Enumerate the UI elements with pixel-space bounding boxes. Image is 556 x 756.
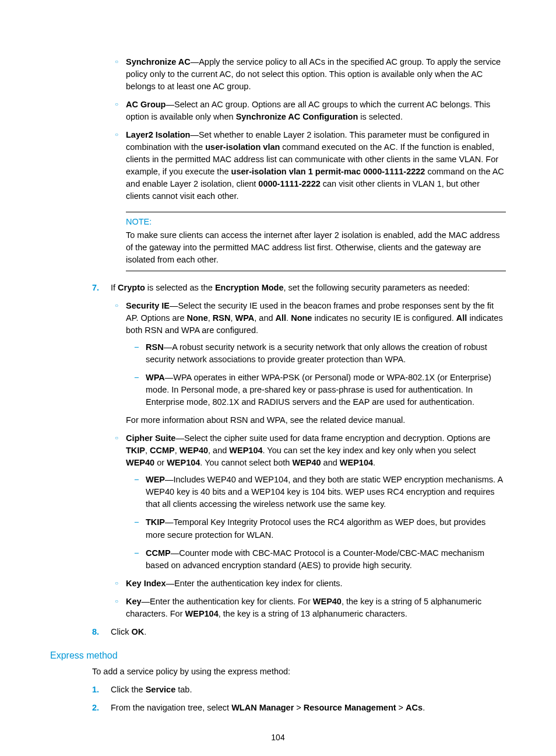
- body-text: >: [396, 703, 406, 712]
- inline-bold: 0000-1111-2222: [258, 179, 320, 188]
- step-number: 8.: [92, 626, 99, 638]
- body-text: >: [294, 703, 304, 712]
- term-label: CCMP: [146, 548, 171, 558]
- list-item: Cipher Suite—Select the cipher suite use…: [126, 432, 506, 571]
- term-label: Synchronize AC: [126, 57, 191, 66]
- inline-bold: ACs: [406, 703, 423, 712]
- inline-bold: None: [187, 313, 208, 323]
- dash-list: RSN—A robust security network is a secur…: [126, 341, 506, 408]
- list-item: AC Group—Select an AC group. Options are…: [126, 99, 506, 123]
- inline-bold: Resource Management: [304, 703, 396, 712]
- inline-bold: WEP40: [126, 458, 154, 467]
- section-heading-express-method: Express method: [50, 649, 506, 662]
- list-item: TKIP—Temporal Key Integrity Protocol use…: [146, 516, 506, 541]
- term-label: Layer2 Isolation: [126, 130, 190, 139]
- inline-bold: Crypto: [118, 283, 145, 292]
- inline-bold: WEP40: [313, 597, 342, 606]
- body-text: .: [144, 627, 146, 636]
- inline-bold: WEP40: [180, 446, 208, 455]
- term-label: WEP: [146, 475, 165, 484]
- body-text: or: [154, 458, 167, 467]
- body-text: tab.: [175, 685, 192, 694]
- term-label: Security IE: [126, 301, 170, 310]
- body-text: , set the following security parameters …: [284, 283, 470, 292]
- body-text: —Select the cipher suite used for data f…: [175, 433, 490, 443]
- note-body: To make sure clients can access the inte…: [126, 229, 506, 266]
- body-paragraph: For more information about RSN and WPA, …: [50, 414, 506, 426]
- body-text: . You cannot select both: [200, 458, 292, 467]
- inline-bold: All: [456, 313, 467, 323]
- inline-bold: WEP104: [229, 446, 262, 455]
- body-text: indicates no security IE is configured.: [312, 313, 456, 323]
- list-item: Layer2 Isolation—Set whether to enable L…: [126, 129, 506, 202]
- body-text: —Includes WEP40 and WEP104, and they bot…: [146, 475, 502, 509]
- inline-bold: RSN: [213, 313, 231, 323]
- body-text: .: [423, 703, 425, 712]
- sub-bullet-list: Security IE—Select the security IE used …: [50, 300, 506, 408]
- body-text: ,: [230, 313, 235, 323]
- list-item: WPA—WPA operates in either WPA-PSK (or P…: [146, 372, 506, 408]
- list-item: Synchronize AC—Apply the service policy …: [126, 56, 506, 93]
- dash-list: WEP—Includes WEP40 and WEP104, and they …: [126, 474, 506, 571]
- body-text: is selected as the: [145, 283, 215, 292]
- term-label: RSN: [146, 342, 164, 352]
- body-text: ,: [208, 313, 213, 323]
- body-text: —Enter the authentication key index for …: [166, 579, 343, 588]
- inline-bold: None: [291, 313, 312, 323]
- sub-bullet-list: Cipher Suite—Select the cipher suite use…: [50, 432, 506, 620]
- note-callout: NOTE: To make sure clients can access th…: [126, 212, 506, 271]
- term-label: TKIP: [146, 517, 165, 527]
- inline-bold: Synchronize AC Configuration: [236, 112, 358, 121]
- step-number: 7.: [92, 282, 99, 294]
- inline-bold: WEP104: [185, 609, 219, 618]
- body-text: , and: [208, 446, 229, 455]
- body-text: —Temporal Key Integrity Protocol uses th…: [146, 517, 485, 539]
- inline-bold: Service: [146, 685, 176, 694]
- inline-bold: CCMP: [150, 446, 175, 455]
- list-item: Key—Enter the authentication key for cli…: [126, 596, 506, 620]
- inline-bold: WEP104: [167, 458, 200, 467]
- list-item: WEP—Includes WEP40 and WEP104, and they …: [146, 474, 506, 510]
- body-text: ,: [145, 446, 150, 455]
- body-text: .: [286, 313, 291, 323]
- body-text: —Enter the authentication key for client…: [142, 597, 313, 606]
- list-item-step-1: 1. Click the Service tab.: [111, 684, 506, 696]
- term-label: Cipher Suite: [126, 433, 175, 443]
- document-page: Synchronize AC—Apply the service policy …: [0, 0, 556, 756]
- inline-bold: WEP104: [340, 458, 373, 467]
- body-paragraph: To add a service policy by using the exp…: [50, 666, 506, 678]
- page-number: 104: [50, 732, 506, 743]
- body-text: From the navigation tree, select: [111, 703, 231, 712]
- body-text: . You can set the key index and key only…: [263, 446, 476, 455]
- term-label: WPA: [146, 373, 165, 382]
- inline-bold: OK: [131, 627, 144, 636]
- list-item-step-8: 8. Click OK.: [111, 626, 506, 638]
- inline-bold: user-isolation vlan: [205, 142, 280, 152]
- body-text: Click: [111, 627, 131, 636]
- body-text: If: [111, 283, 118, 292]
- body-text: , the key is a string of 13 alphanumeric…: [219, 609, 407, 618]
- inline-bold: Encryption Mode: [215, 283, 284, 292]
- list-item: CCMP—Counter mode with CBC-MAC Protocol …: [146, 547, 506, 572]
- list-item: Key Index—Enter the authentication key i…: [126, 578, 506, 590]
- body-text: —Counter mode with CBC-MAC Protocol is a…: [146, 548, 484, 570]
- body-text: —A robust security network is a security…: [146, 342, 487, 364]
- inline-bold: WLAN Manager: [231, 703, 294, 712]
- body-text: , and: [254, 313, 275, 323]
- term-label: AC Group: [126, 100, 166, 109]
- step-number: 2.: [92, 702, 99, 714]
- list-item: RSN—A robust security network is a secur…: [146, 341, 506, 366]
- list-item: Security IE—Select the security IE used …: [126, 300, 506, 408]
- numbered-list: 7. If Crypto is selected as the Encrypti…: [50, 282, 506, 294]
- note-title: NOTE:: [126, 216, 506, 228]
- inline-bold: user-isolation vlan 1 permit-mac 0000-11…: [231, 167, 425, 176]
- sub-bullet-list: Synchronize AC—Apply the service policy …: [50, 56, 506, 202]
- body-text: is selected.: [358, 112, 403, 121]
- term-label: Key: [126, 597, 142, 606]
- list-item-step-7: 7. If Crypto is selected as the Encrypti…: [111, 282, 506, 294]
- body-text: Click the: [111, 685, 146, 694]
- term-label: Key Index: [126, 579, 166, 588]
- body-text: ,: [175, 446, 180, 455]
- numbered-list: 8. Click OK.: [50, 626, 506, 638]
- body-text: .: [373, 458, 375, 467]
